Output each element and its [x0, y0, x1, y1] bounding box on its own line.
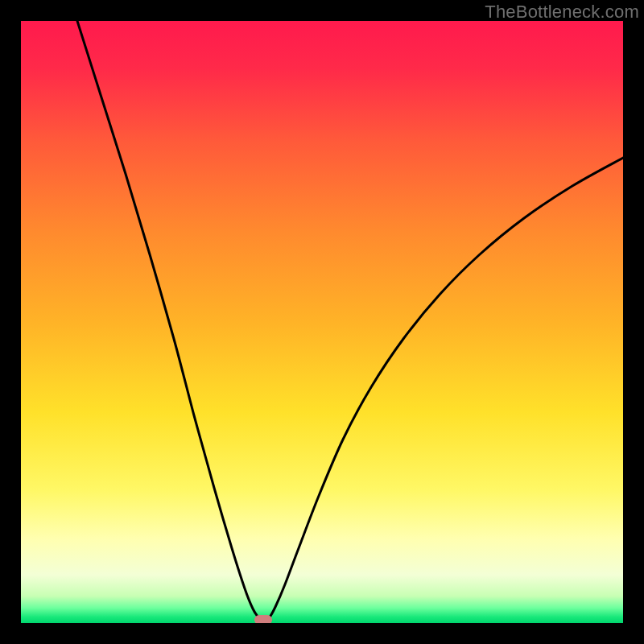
- optimal-point-marker: [254, 615, 272, 623]
- plot-area: [21, 21, 623, 623]
- background-gradient: [21, 21, 623, 623]
- chart-frame: TheBottleneck.com: [0, 0, 644, 644]
- watermark-text: TheBottleneck.com: [485, 2, 639, 23]
- svg-rect-0: [21, 21, 623, 623]
